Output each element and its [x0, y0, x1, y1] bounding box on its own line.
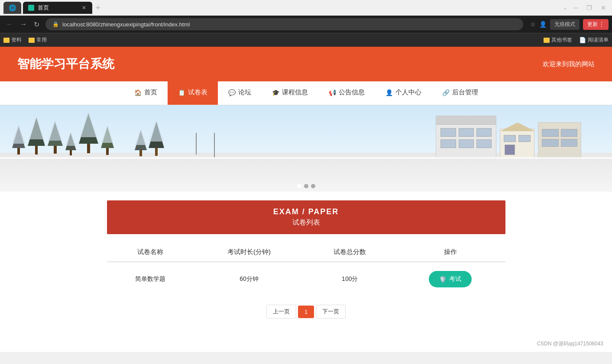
new-tab-btn[interactable]: +: [92, 2, 104, 14]
building-far: [538, 122, 581, 159]
nav-label-exam: 试卷表: [188, 88, 207, 97]
building-side: [500, 129, 534, 159]
site-navigation: 🏠 首页 📋 试卷表 💬 论坛 🎓 课程信息 📢 公告信息 👤 个人中心 🔗 后…: [0, 81, 612, 105]
nav-item-forum[interactable]: 💬 论坛: [218, 81, 262, 105]
light-2: [214, 133, 215, 159]
svg-rect-23: [155, 148, 158, 156]
back-btn[interactable]: ←: [3, 19, 16, 30]
window-f: [561, 139, 578, 147]
reload-btn[interactable]: ↻: [31, 19, 42, 30]
street-lights: [196, 133, 215, 159]
banner-scene: [0, 105, 612, 192]
footer-watermark: CSDN @源码qq1471506043: [537, 341, 603, 347]
trees-left: [12, 111, 114, 159]
window-f: [542, 129, 559, 137]
indicator-3[interactable]: [311, 184, 315, 188]
svg-rect-17: [106, 148, 109, 155]
bookmark-item-common[interactable]: 常用: [29, 36, 47, 44]
browser-tab-favicon1: 🌐: [3, 2, 21, 14]
star-icon[interactable]: ☆: [530, 21, 536, 28]
svg-marker-7: [49, 120, 62, 141]
address-right-controls: ☆ 👤 无痕模式 更新 ⋮: [530, 19, 609, 30]
nav-label-profile: 个人中心: [395, 88, 421, 97]
shield-icon: 🛡️: [439, 276, 447, 283]
window: [459, 128, 474, 137]
avatar-icon[interactable]: 👤: [539, 21, 547, 28]
cell-score: 100分: [304, 262, 395, 296]
titlebar: 🌐 首页 ✕ + ⌄ ─ ❐ ✕: [0, 0, 612, 16]
nav-label-course: 课程信息: [282, 88, 308, 97]
tree-4: [65, 131, 76, 159]
bookmark-label-reading: 阅读清单: [588, 36, 609, 44]
take-exam-button[interactable]: 🛡️ 考试: [429, 271, 472, 287]
nav-label-notice: 公告信息: [339, 88, 365, 97]
exam-table: 试卷名称 考试时长(分钟) 试卷总分数 操作 简单数学题 60分钟 100分 🛡…: [107, 243, 505, 296]
addressbar: ← → ↻ 🔒 localhost:8080/zhinengxuexipingt…: [0, 16, 612, 33]
nav-item-course[interactable]: 🎓 课程信息: [262, 81, 318, 105]
folder-icon-2: [29, 38, 35, 43]
folder-icon-3: [544, 38, 550, 43]
pagination: 上一页 1 下一页: [107, 305, 505, 319]
forward-btn[interactable]: →: [17, 19, 29, 30]
next-page-btn[interactable]: 下一页: [316, 305, 346, 319]
cell-name: 简单数学题: [107, 262, 194, 296]
page-footer: CSDN @源码qq1471506043: [0, 336, 612, 352]
site-title: 智能学习平台系统: [17, 56, 114, 72]
nav-item-admin[interactable]: 🔗 后台管理: [432, 81, 489, 105]
bookmark-label-other: 其他书签: [551, 36, 572, 44]
tree-5: [79, 111, 98, 159]
mode-button[interactable]: 无痕模式: [550, 19, 580, 30]
course-icon: 🎓: [272, 89, 279, 96]
bookmark-item-other[interactable]: 其他书签: [544, 36, 572, 44]
bookmark-label-resources: 资料: [11, 36, 22, 44]
page-1-btn[interactable]: 1: [298, 306, 314, 318]
tree-1: [12, 124, 25, 159]
indicator-1[interactable]: [297, 184, 301, 188]
table-row: 简单数学题 60分钟 100分 🛡️ 考试: [107, 262, 505, 296]
nav-buttons: ← → ↻: [3, 19, 42, 30]
lock-icon: 🔒: [52, 21, 59, 27]
tab-label: 首页: [38, 4, 49, 12]
prev-page-btn[interactable]: 上一页: [266, 305, 296, 319]
exam-btn-label: 考试: [449, 275, 461, 283]
window: [459, 139, 474, 148]
svg-rect-8: [54, 146, 57, 154]
close-btn[interactable]: ✕: [598, 3, 609, 12]
window-s: [518, 135, 531, 142]
tree-ml-2: [149, 120, 164, 159]
tree-6: [101, 124, 114, 159]
svg-rect-11: [70, 150, 72, 155]
restore-btn[interactable]: ❐: [584, 3, 595, 12]
profile-icon: 👤: [385, 89, 393, 96]
bookmark-item-reading[interactable]: 📄 阅读清单: [579, 36, 609, 44]
nav-item-notice[interactable]: 📢 公告信息: [318, 81, 375, 105]
window-f: [542, 139, 559, 147]
window: [440, 139, 456, 148]
forum-icon: 💬: [228, 89, 236, 96]
table-header-row: 试卷名称 考试时长(分钟) 试卷总分数 操作: [107, 243, 505, 262]
building-roof: [436, 116, 496, 125]
address-input-bar[interactable]: 🔒 localhost:8080/zhinengxuexipingtai/fro…: [45, 18, 523, 30]
minimize-btn[interactable]: ─: [571, 3, 580, 12]
tab-close-btn[interactable]: ✕: [81, 4, 87, 12]
exam-header-eng: EXAM / PAPER: [114, 207, 499, 216]
update-button[interactable]: 更新 ⋮: [583, 19, 609, 30]
reading-icon: 📄: [579, 37, 586, 43]
window-round: [505, 145, 515, 155]
col-score: 试卷总分数: [304, 243, 395, 262]
exam-header-cn: 试卷列表: [114, 218, 499, 227]
svg-rect-14: [87, 144, 90, 153]
svg-marker-13: [80, 111, 97, 137]
col-duration: 考试时长(分钟): [194, 243, 304, 262]
nav-item-home[interactable]: 🏠 首页: [124, 81, 168, 105]
bookmark-item-resources[interactable]: 资料: [3, 36, 22, 44]
nav-item-profile[interactable]: 👤 个人中心: [375, 81, 432, 105]
svg-rect-5: [35, 146, 38, 155]
nav-item-exam[interactable]: 📋 试卷表: [168, 81, 218, 105]
svg-marker-1: [12, 124, 25, 144]
exam-header-banner: EXAM / PAPER 试卷列表: [107, 200, 505, 234]
building-side-windows: [500, 129, 534, 161]
browser-tab-active[interactable]: 首页 ✕: [23, 2, 92, 14]
tree-2: [28, 116, 45, 159]
indicator-2[interactable]: [304, 184, 308, 188]
